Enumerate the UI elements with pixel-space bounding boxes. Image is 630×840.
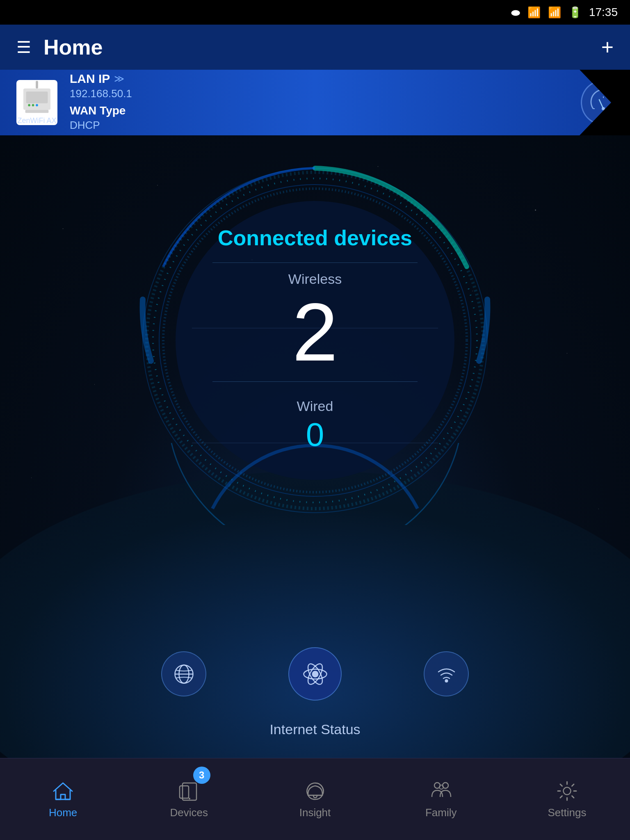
wan-type-value: DHCP [70, 119, 100, 132]
signal-icon: 📶 [548, 6, 561, 19]
gauge-inner: Connected devices Wireless 2 Wired 0 [192, 217, 438, 463]
wired-count: 0 [306, 418, 324, 451]
status-bar: ⬬ 📶 📶 🔋 17:35 [0, 0, 630, 25]
devices-icon [178, 780, 200, 802]
nav-label-family: Family [425, 806, 457, 819]
divider-2 [212, 381, 418, 382]
internet-status-label: Internet Status [0, 721, 630, 737]
wireless-count: 2 [292, 291, 338, 373]
wifi-button[interactable] [424, 651, 469, 696]
router-center-button[interactable] [288, 647, 342, 701]
svg-point-23 [312, 671, 318, 677]
page-title: Home [43, 35, 589, 59]
nav-item-home[interactable]: Home [0, 758, 126, 840]
svg-rect-2 [26, 91, 48, 103]
nav-label-devices: Devices [170, 806, 208, 819]
lan-ip-value: 192.168.50.1 [70, 87, 132, 100]
nav-label-settings: Settings [548, 806, 586, 819]
svg-point-5 [36, 104, 38, 107]
status-time: 17:35 [589, 6, 618, 19]
bottom-nav: Home 3 Devices Insight [0, 758, 630, 840]
connected-devices-title: Connected devices [218, 226, 412, 250]
battery-icon: 🔋 [568, 6, 582, 19]
menu-icon[interactable]: ☰ [16, 38, 31, 57]
nav-item-family[interactable]: Family [378, 758, 504, 840]
lan-arrow-icon: ≫ [114, 73, 124, 84]
router-info: LAN IP ≫ 192.168.50.1 WAN Type DHCP [70, 72, 614, 133]
divider-1 [212, 262, 418, 263]
svg-point-27 [445, 679, 448, 682]
settings-icon [556, 780, 578, 802]
lan-ip-label: LAN IP [70, 72, 110, 86]
wan-type-label: WAN Type [70, 104, 126, 117]
nav-label-insight: Insight [299, 806, 331, 819]
nav-item-insight[interactable]: Insight [252, 758, 378, 840]
wifi-status-icon: 📶 [527, 6, 541, 19]
header: ☰ Home + [0, 25, 630, 70]
nav-item-devices[interactable]: 3 Devices [126, 758, 252, 840]
svg-rect-0 [36, 81, 38, 89]
svg-rect-31 [180, 786, 189, 798]
gauge-container: Connected devices Wireless 2 Wired 0 [130, 156, 500, 525]
router-name: ZenWiFi AX [17, 116, 56, 125]
add-button[interactable]: + [601, 35, 614, 59]
bluetooth-icon: ⬬ [511, 6, 520, 19]
insight-icon [304, 780, 326, 802]
nav-item-settings[interactable]: Settings [504, 758, 630, 840]
svg-point-11 [602, 107, 605, 110]
svg-point-3 [28, 104, 30, 107]
router-banner[interactable]: ZenWiFi AX LAN IP ≫ 192.168.50.1 WAN Typ… [0, 70, 630, 135]
wired-label: Wired [297, 398, 333, 414]
wireless-label: Wireless [288, 271, 342, 287]
svg-point-30 [189, 798, 190, 799]
svg-rect-6 [25, 110, 49, 113]
globe-button[interactable] [161, 651, 206, 696]
home-icon [52, 780, 74, 802]
nav-label-home: Home [49, 806, 77, 819]
speedometer-button[interactable] [581, 80, 626, 125]
router-image: ZenWiFi AX [16, 80, 57, 125]
action-buttons [0, 647, 630, 701]
main-content: Connected devices Wireless 2 Wired 0 [0, 135, 630, 758]
svg-point-4 [32, 104, 34, 107]
devices-badge: 3 [193, 767, 210, 784]
svg-point-36 [563, 787, 571, 794]
family-icon [430, 780, 452, 802]
